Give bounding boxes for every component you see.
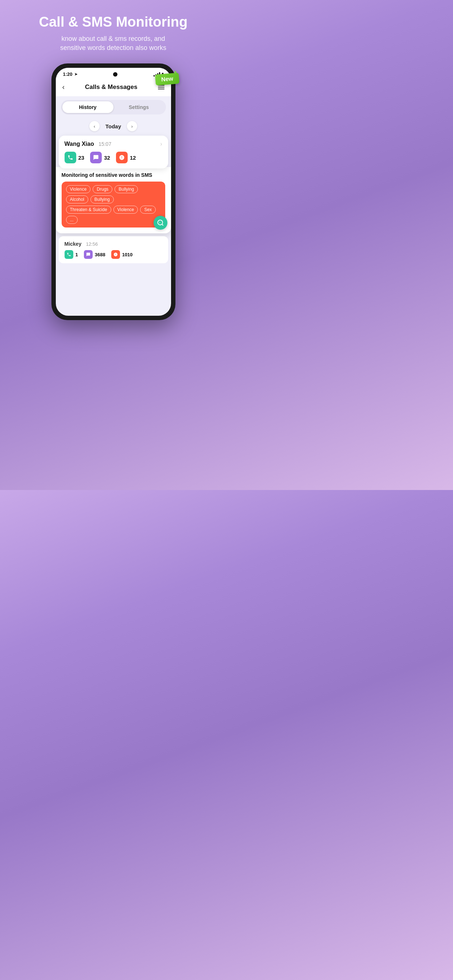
contact2-call-icon (65, 250, 73, 259)
contact-header: Wang Xiao 15:07 › (65, 141, 162, 147)
header-section: Call & SMS Monitoring know about call & … (0, 0, 226, 60)
status-time: 1:20 ➤ (63, 72, 77, 77)
tag-bullying-2: Bullying (91, 196, 114, 204)
new-badge: New (155, 73, 179, 86)
date-next-button[interactable]: › (127, 121, 137, 131)
tags-row-2: Threaten & Suicide Violence Sex ... (66, 205, 161, 224)
tags-row-1: Violence Drugs Bullying Alcohol Bullying (66, 185, 161, 204)
tag-threaten-suicide: Threaten & Suicide (66, 205, 111, 214)
tab-settings[interactable]: Settings (113, 101, 164, 113)
contact2-call-stat: 1 (65, 250, 78, 259)
app-header: ‹ Calls & Messages (56, 79, 171, 96)
contact-card-wang-xiao[interactable]: Wang Xiao 15:07 › 23 (59, 135, 168, 169)
svg-text:!: ! (159, 221, 160, 224)
tag-violence-1: Violence (66, 185, 91, 193)
bottom-spacer (56, 263, 171, 285)
tag-alcohol: Alcohol (66, 196, 88, 204)
contact2-alert-stat: 1010 (111, 250, 133, 259)
phone-mockup: New 1:20 ➤ ▮ (51, 64, 175, 320)
contact2-message-count: 3688 (95, 252, 105, 258)
call-icon (65, 152, 76, 163)
signal-bar-1 (153, 75, 155, 76)
search-magnify-icon: ! (153, 216, 167, 230)
tag-more: ... (66, 216, 78, 224)
contact2-alert-icon (111, 250, 120, 259)
app-title: Calls & Messages (85, 83, 137, 91)
message-icon (90, 152, 102, 163)
contact2-stats: 1 3688 (65, 250, 162, 259)
contact-card-mickey[interactable]: Mickey 12:56 1 (59, 236, 168, 263)
contact2-alert-count: 1010 (122, 252, 133, 258)
main-title: Call & SMS Monitoring (11, 14, 215, 30)
phone-frame: 1:20 ➤ ▮ ‹ Calls & Messages (51, 64, 175, 320)
sensitive-tags-area: Violence Drugs Bullying Alcohol Bullying… (62, 181, 165, 228)
contact2-call-count: 1 (75, 252, 78, 258)
svg-line-1 (161, 224, 163, 226)
status-bar: 1:20 ➤ ▮ (56, 68, 171, 79)
menu-line-2 (158, 87, 164, 88)
alert-count: 12 (130, 154, 136, 161)
contact2-message-stat: 3688 (84, 250, 105, 259)
contact-name-group: Wang Xiao 15:07 (65, 141, 112, 147)
alert-stat: 12 (116, 152, 136, 163)
contact-stats: 23 32 (65, 152, 162, 163)
date-nav: ‹ Today › (56, 118, 171, 135)
sub-title: know about call & sms records, and sensi… (11, 34, 215, 52)
chevron-right-icon: › (160, 141, 162, 147)
sensitive-content: Violence Drugs Bullying Alcohol Bullying… (62, 181, 165, 228)
tabs-bar: History Settings (61, 100, 166, 115)
menu-button[interactable] (158, 85, 164, 89)
message-stat: 32 (90, 152, 110, 163)
tab-history[interactable]: History (62, 101, 113, 113)
contact2-name: Mickey (65, 241, 82, 247)
contact-time: 15:07 (99, 141, 111, 147)
date-prev-button[interactable]: ‹ (89, 121, 100, 131)
tag-bullying-1: Bullying (115, 185, 138, 193)
camera-notch (113, 72, 118, 76)
back-button[interactable]: ‹ (62, 83, 65, 91)
contact2-message-icon (84, 250, 93, 259)
tabs-container: History Settings (56, 96, 171, 118)
sensitive-words-card: Monitoring of sensitive words in SMS Vio… (56, 167, 171, 233)
date-label: Today (105, 123, 121, 129)
contact2-header: Mickey 12:56 (65, 240, 162, 247)
contact2-time: 12:56 (86, 241, 98, 247)
contact2-name-group: Mickey 12:56 (65, 240, 98, 247)
tag-violence-2: Violence (113, 205, 138, 214)
message-count: 32 (104, 154, 110, 161)
tag-sex: Sex (140, 205, 156, 214)
call-count: 23 (78, 154, 85, 161)
location-icon: ➤ (74, 72, 77, 76)
call-stat: 23 (65, 152, 85, 163)
svg-point-0 (158, 220, 162, 225)
tag-drugs: Drugs (93, 185, 112, 193)
phone-screen: 1:20 ➤ ▮ ‹ Calls & Messages (56, 68, 171, 316)
sensitive-title: Monitoring of sensitive words in SMS (62, 172, 165, 178)
menu-line-3 (158, 89, 164, 89)
alert-icon (116, 152, 128, 163)
contact-name: Wang Xiao (65, 141, 94, 147)
